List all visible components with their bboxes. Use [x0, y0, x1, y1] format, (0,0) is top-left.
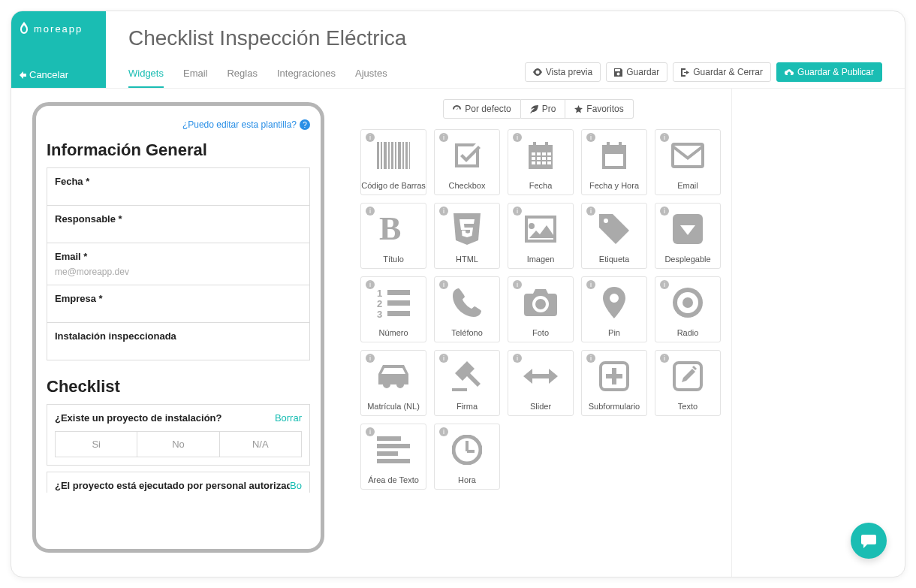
info-icon[interactable]: i	[586, 354, 595, 363]
widget-label[interactable]: i Etiqueta	[581, 203, 647, 269]
widget-label: Matrícula (NL)	[367, 402, 420, 411]
svg-rect-3	[388, 142, 390, 169]
info-icon[interactable]: i	[513, 354, 522, 363]
widget-image[interactable]: i Imagen	[508, 203, 574, 269]
info-icon[interactable]: i	[366, 133, 375, 142]
info-icon[interactable]: i	[439, 280, 448, 289]
save-button[interactable]: Guardar	[606, 62, 667, 82]
checklist-question-2[interactable]: ¿El proyecto está ejecutado por personal…	[47, 472, 310, 493]
form-preview-pane: ¿Puedo editar esta plantilla? ? Informac…	[11, 89, 345, 577]
widget-label: Foto	[532, 328, 549, 337]
widget-header[interactable]: i B Título	[360, 203, 426, 269]
palette-tab-default[interactable]: Por defecto	[443, 99, 520, 119]
info-icon[interactable]: i	[366, 280, 375, 289]
tab-widgets[interactable]: Widgets	[128, 68, 164, 88]
cloud-up-icon	[785, 68, 794, 76]
save-publish-button[interactable]: Guardar & Publicar	[776, 62, 882, 82]
preview-button[interactable]: Vista previa	[525, 62, 601, 82]
tab-settings[interactable]: Ajustes	[355, 68, 387, 88]
widget-radio[interactable]: i Radio	[655, 276, 721, 342]
question-text: ¿El proyecto está ejecutado por personal…	[55, 480, 290, 491]
field-responsable[interactable]: Responsable *	[47, 206, 309, 243]
cancel-button[interactable]: Cancelar	[19, 69, 106, 80]
right-empty-pane	[732, 89, 905, 577]
info-icon[interactable]: i	[366, 354, 375, 363]
info-icon[interactable]: i	[660, 207, 669, 216]
palette-tab-favorites[interactable]: Favoritos	[565, 99, 633, 119]
edit-template-help[interactable]: ¿Puedo editar esta plantilla? ?	[47, 119, 310, 130]
info-icon[interactable]: i	[366, 207, 375, 216]
palette-category-tabs: Por defecto Pro Favoritos	[360, 99, 716, 119]
info-icon[interactable]: i	[513, 207, 522, 216]
widget-email[interactable]: i Email	[655, 129, 721, 195]
widget-number[interactable]: i 123 Número	[360, 276, 426, 342]
widget-date[interactable]: i Fecha	[508, 129, 574, 195]
svg-rect-9	[409, 142, 410, 169]
widget-slider[interactable]: i Slider	[508, 350, 574, 416]
save-publish-label: Guardar & Publicar	[797, 67, 874, 77]
info-icon[interactable]: i	[513, 280, 522, 289]
save-close-button[interactable]: Guardar & Cerrar	[673, 62, 771, 82]
widget-barcode[interactable]: i Código de Barras	[360, 129, 426, 195]
edit-square-icon	[673, 361, 703, 391]
widget-pin[interactable]: i Pin	[581, 276, 647, 342]
delete-button[interactable]: Bo	[290, 480, 302, 491]
info-icon[interactable]: i	[439, 427, 448, 436]
widget-photo[interactable]: i Foto	[508, 276, 574, 342]
tab-rules[interactable]: Reglas	[227, 68, 257, 88]
svg-rect-19	[537, 161, 541, 164]
svg-text:B: B	[379, 214, 401, 244]
checklist-question-1[interactable]: ¿Existe un proyecto de instalación? Borr…	[47, 404, 310, 466]
html5-icon	[453, 213, 481, 245]
widget-license-plate[interactable]: i Matrícula (NL)	[360, 350, 426, 416]
widget-text[interactable]: i Texto	[655, 350, 721, 416]
svg-rect-14	[532, 157, 535, 160]
info-icon[interactable]: i	[660, 354, 669, 363]
info-icon[interactable]: i	[439, 133, 448, 142]
field-email[interactable]: Email * me@moreapp.dev	[47, 243, 309, 285]
widget-textarea[interactable]: i Área de Texto	[360, 424, 426, 490]
cancel-label: Cancelar	[29, 69, 68, 80]
info-icon[interactable]: i	[366, 427, 375, 436]
widget-label: Texto	[678, 402, 698, 411]
widget-phone[interactable]: i Teléfono	[434, 276, 500, 342]
delete-button[interactable]: Borrar	[275, 412, 302, 424]
tab-integrations[interactable]: Integraciones	[277, 68, 336, 88]
widget-datetime[interactable]: i Fecha y Hora	[581, 129, 647, 195]
option-si[interactable]: Si	[56, 432, 137, 457]
chat-fab[interactable]	[851, 523, 887, 559]
option-na[interactable]: N/A	[220, 432, 301, 457]
widget-signature[interactable]: i Firma	[434, 350, 500, 416]
option-no[interactable]: No	[137, 432, 219, 457]
widget-html[interactable]: i HTML	[434, 203, 500, 269]
info-icon[interactable]: i	[660, 133, 669, 142]
envelope-icon	[671, 143, 704, 168]
svg-rect-6	[398, 142, 401, 169]
info-icon[interactable]: i	[439, 207, 448, 216]
widget-label: Desplegable	[664, 255, 710, 264]
widget-label: Área de Texto	[368, 475, 419, 484]
field-instalacion[interactable]: Instalación inspeccionada	[47, 323, 309, 360]
info-icon[interactable]: i	[513, 133, 522, 142]
info-icon[interactable]: i	[586, 133, 595, 142]
field-fecha[interactable]: Fecha *	[47, 168, 309, 206]
widget-dropdown[interactable]: i Desplegable	[655, 203, 721, 269]
field-empresa[interactable]: Empresa *	[47, 285, 309, 323]
tab-email[interactable]: Email	[183, 68, 208, 88]
field-label: Instalación inspeccionada	[55, 330, 302, 342]
widget-checkbox[interactable]: i Checkbox	[434, 129, 500, 195]
info-icon[interactable]: i	[586, 280, 595, 289]
palette-tab-pro[interactable]: Pro	[521, 99, 566, 119]
widget-time[interactable]: i Hora	[434, 424, 500, 490]
widget-label: Código de Barras	[361, 181, 426, 190]
clock-icon	[452, 435, 482, 465]
svg-rect-0	[377, 142, 379, 169]
info-icon[interactable]: i	[439, 354, 448, 363]
info-icon[interactable]: i	[586, 207, 595, 216]
star-icon	[574, 105, 583, 113]
align-left-icon	[377, 436, 410, 463]
widget-subform[interactable]: i Subformulario	[581, 350, 647, 416]
svg-text:1: 1	[377, 288, 382, 299]
phone-icon	[453, 288, 481, 317]
info-icon[interactable]: i	[660, 280, 669, 289]
